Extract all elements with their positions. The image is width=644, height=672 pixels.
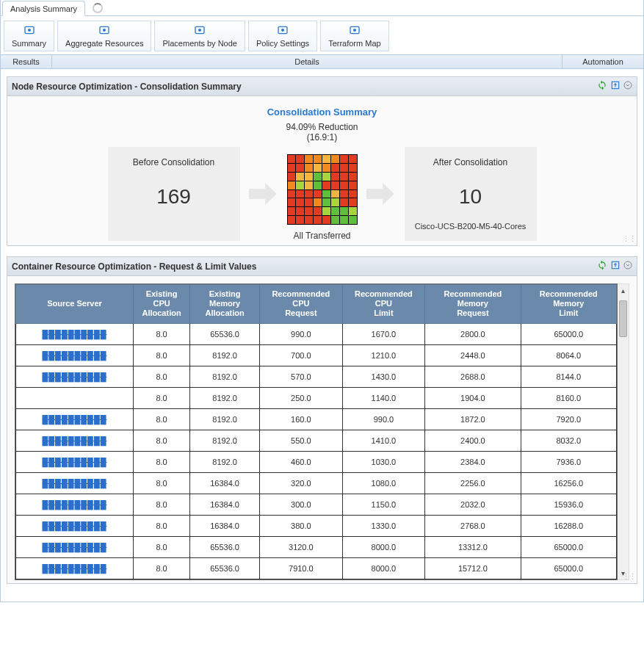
toolbar-icon (193, 24, 206, 36)
export-icon[interactable] (610, 80, 621, 93)
table-row[interactable]: ██████████8.016384.0320.01080.02256.0162… (16, 472, 617, 494)
value-cell: 7920.0 (521, 408, 616, 430)
table-row[interactable]: ██████████8.08192.0570.01430.02688.08144… (16, 366, 617, 387)
table-row[interactable]: ██████████8.065536.07910.08000.015712.06… (16, 557, 617, 579)
transferred-text: All Transferred (287, 231, 358, 241)
value-cell: 8.0 (134, 494, 190, 515)
toolbar-icon (276, 24, 289, 36)
before-value: 169 (115, 185, 233, 209)
table-row[interactable]: ██████████8.08192.0700.01210.02448.08064… (16, 344, 617, 366)
value-cell: 8192.0 (190, 451, 260, 472)
table-row[interactable]: ██████████8.016384.0300.01150.02032.0159… (16, 494, 617, 515)
value-cell: 1080.0 (342, 472, 425, 494)
table-header[interactable]: Recommended CPULimit (342, 285, 425, 324)
table-header[interactable]: Existing CPUAllocation (134, 285, 190, 324)
toolbar-button[interactable]: Policy Settings (248, 21, 317, 51)
value-cell: 16384.0 (190, 494, 260, 515)
value-cell: 65000.0 (521, 536, 616, 557)
table-row[interactable]: 8.08192.0250.01140.01904.08160.0 (16, 387, 617, 408)
value-cell: 8.0 (134, 557, 190, 579)
tab-analysis-summary[interactable]: Analysis Summary (2, 1, 85, 16)
subnav-item[interactable]: Details (52, 55, 562, 68)
scroll-thumb[interactable] (619, 300, 627, 337)
source-server-cell[interactable]: ██████████ (16, 344, 134, 366)
arrow-right-icon (366, 183, 396, 205)
value-cell: 1670.0 (342, 323, 425, 344)
value-cell: 16256.0 (521, 472, 616, 494)
panel-consolidation-summary: Node Resource Optimization - Consolidati… (7, 76, 637, 246)
toolbar-button[interactable]: Aggregate Resources (57, 21, 151, 51)
table-row[interactable]: ██████████8.08192.0160.0990.01872.07920.… (16, 408, 617, 430)
refresh-icon[interactable] (597, 80, 607, 93)
table-header[interactable]: Recommended MemoryLimit (521, 285, 616, 324)
source-server-cell[interactable]: ██████████ (16, 536, 134, 557)
after-value: 10 (412, 185, 529, 209)
source-server-cell[interactable]: ██████████ (16, 472, 134, 494)
refresh-icon[interactable] (597, 260, 607, 272)
value-cell: 8.0 (134, 366, 190, 387)
svg-point-5 (198, 29, 201, 32)
value-cell: 1140.0 (342, 387, 425, 408)
table-row[interactable]: ██████████8.016384.0380.01330.02768.0162… (16, 515, 617, 536)
source-server-cell[interactable]: ██████████ (16, 494, 134, 515)
consolidation-summary-heading: Consolidation Summary (21, 106, 623, 118)
subnav-label: Details (294, 57, 319, 66)
table-row[interactable]: ██████████8.065536.0990.01670.02800.0650… (16, 323, 617, 344)
table-header[interactable]: Recommended MemoryRequest (425, 285, 521, 324)
toolbar-icon (98, 24, 111, 36)
before-card: Before Consolidation 169 (108, 147, 240, 241)
table-row[interactable]: ██████████8.065536.03120.08000.013312.06… (16, 536, 617, 557)
value-cell: 990.0 (260, 323, 343, 344)
value-cell: 7936.0 (521, 451, 616, 472)
value-cell: 8064.0 (521, 344, 616, 366)
after-card: After Consolidation 10 Cisco-UCS-B200-M5… (405, 147, 537, 241)
value-cell: 13312.0 (425, 536, 521, 557)
source-server-cell[interactable]: ██████████ (16, 408, 134, 430)
table-header[interactable]: Source Server (16, 285, 134, 324)
heatmap-block: All Transferred (287, 147, 358, 241)
table-header[interactable]: Recommended CPURequest (260, 285, 343, 324)
value-cell: 8.0 (134, 472, 190, 494)
value-cell: 1030.0 (342, 451, 425, 472)
value-cell: 8.0 (134, 515, 190, 536)
panel-title: Container Resource Optimization - Reques… (12, 261, 256, 272)
table-row[interactable]: ██████████8.08192.0550.01410.02400.08032… (16, 430, 617, 451)
source-server-cell[interactable]: ██████████ (16, 323, 134, 344)
export-icon[interactable] (610, 260, 621, 272)
toolbar-button[interactable]: Placements by Node (154, 21, 245, 51)
value-cell: 65536.0 (190, 557, 260, 579)
value-cell: 8192.0 (190, 344, 260, 366)
value-cell: 8192.0 (190, 408, 260, 430)
resize-grip-icon[interactable]: ⋮⋮ (622, 234, 635, 244)
value-cell: 8.0 (134, 323, 190, 344)
source-server-cell[interactable]: ██████████ (16, 430, 134, 451)
value-cell: 2256.0 (425, 472, 521, 494)
table-row[interactable]: ██████████8.08192.0460.01030.02384.07936… (16, 451, 617, 472)
value-cell: 8.0 (134, 344, 190, 366)
subnav-item[interactable]: Automation (562, 55, 643, 68)
source-server-cell[interactable]: ██████████ (16, 451, 134, 472)
vertical-scrollbar[interactable]: ▴ ▾ (618, 283, 629, 580)
collapse-icon[interactable] (623, 81, 632, 92)
value-cell: 8160.0 (521, 387, 616, 408)
value-cell: 380.0 (260, 515, 343, 536)
source-server-cell[interactable]: ██████████ (16, 366, 134, 387)
table-header[interactable]: Existing MemoryAllocation (190, 285, 260, 324)
resize-grip-icon[interactable]: ⋮⋮ (622, 572, 635, 582)
value-cell: 700.0 (260, 344, 343, 366)
value-cell: 16384.0 (190, 472, 260, 494)
toolbar-button[interactable]: Terraform Map (320, 21, 389, 51)
source-server-cell[interactable] (16, 387, 134, 408)
value-cell: 8000.0 (342, 557, 425, 579)
heatmap-icon (287, 154, 358, 225)
source-server-cell[interactable]: ██████████ (16, 557, 134, 579)
value-cell: 1150.0 (342, 494, 425, 515)
value-cell: 250.0 (260, 387, 343, 408)
collapse-icon[interactable] (623, 261, 632, 272)
source-server-cell[interactable]: ██████████ (16, 515, 134, 536)
subnav: ResultsDetailsAutomation (1, 54, 643, 69)
value-cell: 8192.0 (190, 366, 260, 387)
toolbar-button[interactable]: Summary (4, 21, 54, 51)
subnav-item[interactable]: Results (1, 55, 52, 68)
scroll-up-icon[interactable]: ▴ (618, 284, 629, 296)
